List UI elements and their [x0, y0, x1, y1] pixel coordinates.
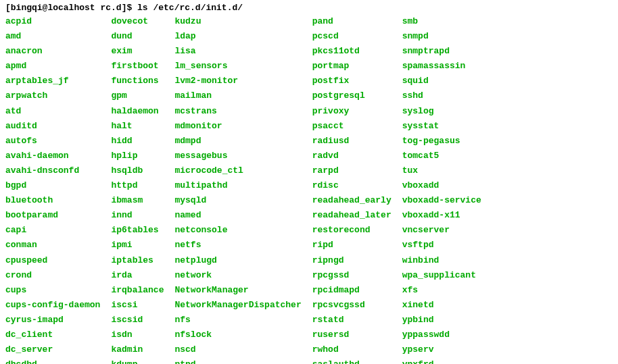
ls-entry: exim [111, 44, 164, 59]
ls-entry: functions [111, 74, 164, 88]
ls-entry: netfs [174, 238, 301, 253]
ls-entry: ipmi [111, 238, 164, 253]
ls-entry: lisa [174, 44, 301, 59]
ls-entry: mdmonitor [174, 119, 301, 134]
ls-entry: rpcgssd [312, 268, 391, 283]
ls-entry: lvm2-monitor [174, 74, 301, 88]
ls-entry: rpcsvcgssd [312, 298, 391, 313]
ls-entry: messagebus [174, 149, 301, 163]
ls-entry: rdisc [312, 178, 391, 193]
ls-entry: pand [312, 14, 391, 29]
ls-entry: tux [402, 163, 481, 178]
ls-column-3: pandpcscdpkcs11otdportmappostfixpostgres… [312, 14, 402, 364]
ls-entry: dovecot [111, 14, 164, 29]
ls-entry: hsqldb [111, 163, 164, 178]
ls-entry: rwhod [312, 342, 391, 357]
ls-entry: dund [111, 29, 164, 44]
ls-entry: saslauthd [312, 357, 391, 364]
ls-entry: bluetooth [5, 193, 100, 208]
ls-entry: mailman [174, 88, 301, 103]
ls-entry: cups [5, 283, 100, 298]
ls-entry: acpid [5, 14, 100, 29]
ls-output-listing: acpidamdanacronapmdarptables_jfarpwatcha… [5, 14, 613, 364]
ls-entry: sysstat [402, 119, 481, 134]
ls-entry: mysqld [174, 193, 301, 208]
ls-entry: vncserver [402, 223, 481, 238]
ls-entry: dhcdbd [5, 357, 100, 364]
ls-entry: squid [402, 74, 481, 88]
ls-column-0: acpidamdanacronapmdarptables_jfarpwatcha… [5, 14, 111, 364]
ls-entry: gpm [111, 88, 164, 103]
ls-entry: innd [111, 208, 164, 223]
ls-entry: halt [111, 119, 164, 134]
ls-entry: vboxadd-service [402, 193, 481, 208]
ls-entry: vsftpd [402, 238, 481, 253]
ls-entry: rstatd [312, 313, 391, 328]
ls-entry: lm_sensors [174, 59, 301, 74]
ls-entry: kdump [111, 357, 164, 364]
ls-entry: ypxfrd [402, 357, 481, 364]
ls-entry: readahead_early [312, 193, 391, 208]
ls-entry: ldap [174, 29, 301, 44]
shell-prompt-line: [bingqi@localhost rc.d]$ ls /etc/rc.d/in… [5, 3, 613, 13]
ls-entry: anacron [5, 44, 100, 59]
ls-entry: avahi-dnsconfd [5, 163, 100, 178]
ls-entry: sshd [402, 88, 481, 103]
ls-entry: irda [111, 268, 164, 283]
ls-entry: amd [5, 29, 100, 44]
ls-entry: nscd [174, 342, 301, 357]
ls-entry: isdn [111, 328, 164, 342]
ls-entry: netplugd [174, 253, 301, 268]
shell-command: ls /etc/rc.d/init.d/ [137, 3, 243, 13]
ls-entry: NetworkManagerDispatcher [174, 298, 301, 313]
ls-column-2: kudzuldaplisalm_sensorslvm2-monitormailm… [174, 14, 312, 364]
ls-entry: irqbalance [111, 283, 164, 298]
ls-entry: vboxadd [402, 178, 481, 193]
ls-entry: ibmasm [111, 193, 164, 208]
ls-entry: radvd [312, 149, 391, 163]
ls-entry: ntpd [174, 357, 301, 364]
ls-entry: restorecond [312, 223, 391, 238]
ls-entry: readahead_later [312, 208, 391, 223]
ls-entry: xinetd [402, 298, 481, 313]
ls-entry: xfs [402, 283, 481, 298]
ls-entry: haldaemon [111, 104, 164, 119]
ls-entry: mcstrans [174, 104, 301, 119]
ls-entry: rarpd [312, 163, 391, 178]
ls-entry: capi [5, 223, 100, 238]
ls-entry: NetworkManager [174, 283, 301, 298]
ls-entry: pcscd [312, 29, 391, 44]
ls-entry: spamassassin [402, 59, 481, 74]
ls-entry: named [174, 208, 301, 223]
ls-entry: syslog [402, 104, 481, 119]
ls-entry: tog-pegasus [402, 134, 481, 149]
ls-entry: rpcidmapd [312, 283, 391, 298]
ls-entry: vboxadd-x11 [402, 208, 481, 223]
ls-entry: postfix [312, 74, 391, 88]
ls-entry: kudzu [174, 14, 301, 29]
ls-entry: postgresql [312, 88, 391, 103]
ls-entry: cups-config-daemon [5, 298, 100, 313]
ls-entry: dc_client [5, 328, 100, 342]
ls-column-4: smbsnmpdsnmptrapdspamassassinsquidsshdsy… [402, 14, 492, 364]
ls-entry: ripngd [312, 253, 391, 268]
ls-entry: rusersd [312, 328, 391, 342]
ls-entry: tomcat5 [402, 149, 481, 163]
ls-entry: bgpd [5, 178, 100, 193]
ls-entry: conman [5, 238, 100, 253]
ls-entry: crond [5, 268, 100, 283]
ls-entry: iscsi [111, 298, 164, 313]
ls-entry: ypbind [402, 313, 481, 328]
ls-entry: apmd [5, 59, 100, 74]
ls-entry: iptables [111, 253, 164, 268]
ls-entry: mdmpd [174, 134, 301, 149]
ls-entry: kadmin [111, 342, 164, 357]
ls-entry: radiusd [312, 134, 391, 149]
ls-entry: arpwatch [5, 88, 100, 103]
ls-entry: yppasswdd [402, 328, 481, 342]
ls-entry: dc_server [5, 342, 100, 357]
ls-entry: ripd [312, 238, 391, 253]
ls-entry: hplip [111, 149, 164, 163]
ls-entry: nfs [174, 313, 301, 328]
ls-entry: nfslock [174, 328, 301, 342]
